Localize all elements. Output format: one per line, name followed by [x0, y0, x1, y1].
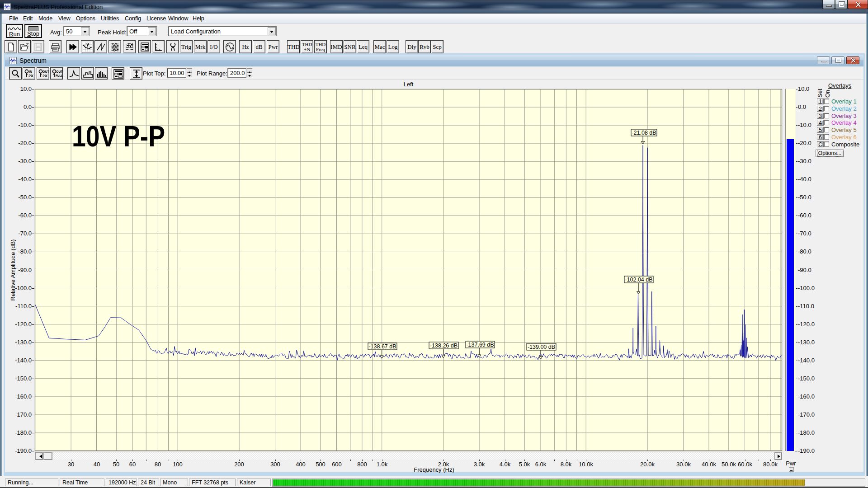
svg-text:-138.26 dB: -138.26 dB: [430, 343, 458, 349]
svg-text:OUT: OUT: [56, 70, 62, 73]
svg-text:OUT: OUT: [42, 70, 49, 73]
svg-text:-139.00 dB: -139.00 dB: [528, 344, 555, 350]
svg-text:-102.04 dB: -102.04 dB: [625, 277, 652, 283]
svg-text:2X: 2X: [28, 74, 33, 78]
svg-text:2X: 2X: [42, 74, 47, 78]
svg-text:-137.69 dB: -137.69 dB: [466, 342, 494, 348]
svg-text:FULL: FULL: [56, 74, 62, 77]
svg-text:-138.67 dB: -138.67 dB: [368, 343, 396, 350]
svg-text:IN: IN: [29, 70, 32, 73]
svg-text:-21.08 dB: -21.08 dB: [632, 130, 656, 136]
